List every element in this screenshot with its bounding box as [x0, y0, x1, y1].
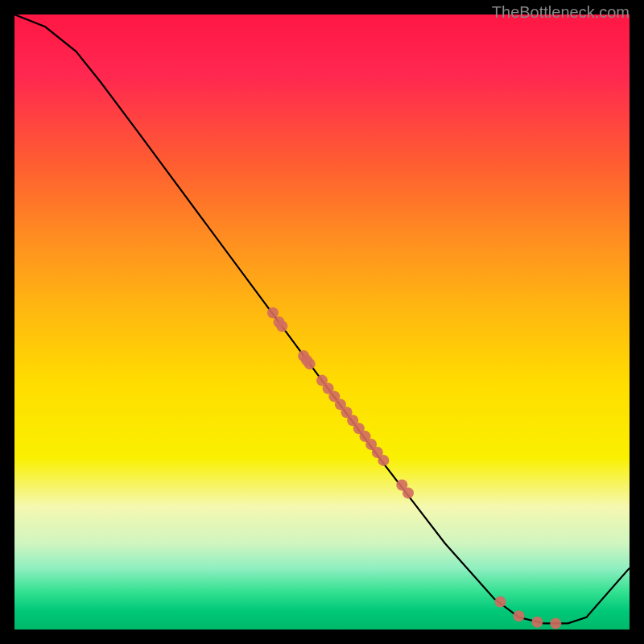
data-point	[495, 597, 506, 608]
data-point	[378, 455, 389, 466]
watermark-text: TheBottleneck.com	[492, 3, 630, 22]
data-point	[531, 617, 543, 628]
data-point	[514, 610, 525, 621]
data-point	[267, 308, 279, 319]
bottleneck-curve	[14, 14, 630, 623]
data-point	[402, 487, 414, 498]
chart-container: TheBottleneck.com	[0, 0, 644, 644]
chart-overlay	[14, 14, 630, 630]
data-points-group	[267, 308, 561, 630]
data-point	[304, 358, 316, 369]
data-point	[276, 320, 287, 332]
data-point	[550, 617, 561, 629]
